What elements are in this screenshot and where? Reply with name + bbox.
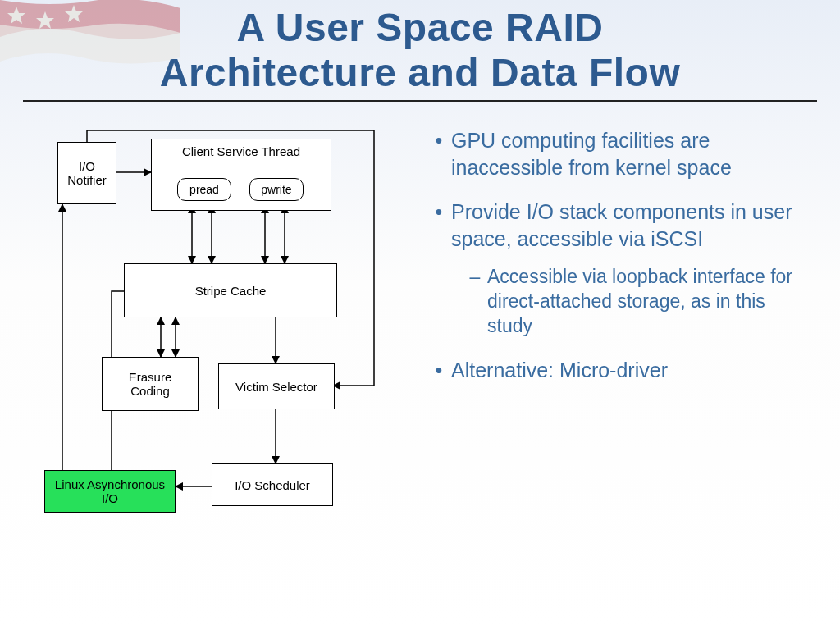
- bullet-text: Alternative: Micro-driver: [451, 357, 668, 384]
- box-stripe-cache: Stripe Cache: [124, 263, 337, 317]
- content-area: • GPU computing facilities are inaccessi…: [0, 127, 840, 630]
- pill-pwrite: pwrite: [249, 178, 304, 201]
- bullet-text: Provide I/O stack components in user spa…: [451, 199, 812, 252]
- box-erasure-coding: Erasure Coding: [102, 357, 199, 411]
- slide-title-area: A User Space RAID Architecture and Data …: [0, 0, 840, 95]
- box-linux-async-io: Linux Asynchronous I/O: [44, 470, 176, 513]
- box-victim-selector: Victim Selector: [218, 363, 335, 409]
- bullet-item: • GPU computing facilities are inaccessi…: [427, 127, 812, 180]
- bullet-list: • GPU computing facilities are inaccessi…: [427, 127, 812, 401]
- bullet-text: GPU computing facilities are inaccessibl…: [451, 127, 812, 180]
- bullet-dot-icon: •: [427, 127, 451, 180]
- box-io-notifier: I/O Notifier: [57, 142, 116, 204]
- client-thread-label: Client Service Thread: [152, 144, 331, 158]
- bullet-dot-icon: •: [427, 199, 451, 252]
- bullet-item: • Alternative: Micro-driver: [427, 357, 812, 384]
- box-client-service-thread: Client Service Thread: [151, 139, 331, 211]
- slide-title-line1: A User Space RAID: [0, 5, 840, 50]
- box-io-scheduler: I/O Scheduler: [212, 463, 333, 506]
- bullet-subitem: – Accessible via loopback interface for …: [463, 265, 812, 339]
- bullet-item: • Provide I/O stack components in user s…: [427, 199, 812, 252]
- pill-pread: pread: [177, 178, 231, 201]
- bullet-dash-icon: –: [463, 265, 487, 339]
- slide-title-line2: Architecture and Data Flow: [0, 50, 840, 95]
- title-underline: [23, 100, 817, 102]
- bullet-subtext: Accessible via loopback interface for di…: [487, 265, 812, 339]
- architecture-diagram: I/O Notifier Client Service Thread pread…: [30, 127, 407, 595]
- bullet-dot-icon: •: [427, 357, 451, 384]
